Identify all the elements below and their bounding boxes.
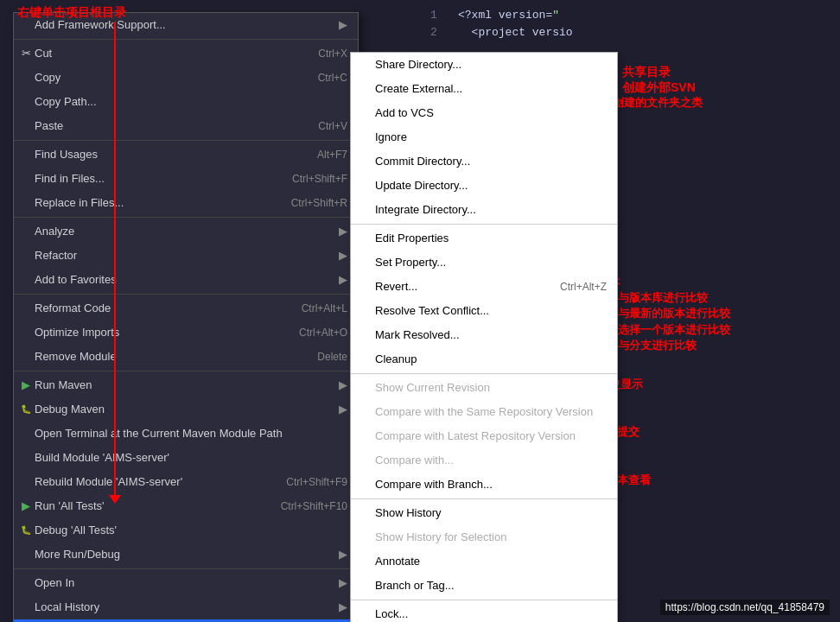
menu-replace-files[interactable]: Replace in Files... Ctrl+Shift+R [14,191,358,215]
menu-open-terminal[interactable]: Open Terminal at the Current Maven Modul… [14,422,358,446]
menu-copy-path[interactable]: Copy Path... [14,90,358,114]
svn-lock[interactable]: Lock... [351,602,617,622]
menu-run-all-tests[interactable]: ▶ Run 'All Tests' Ctrl+Shift+F10 [14,494,358,518]
menu-copy[interactable]: Copy Ctrl+C [14,66,358,90]
menu-rebuild-module[interactable]: Rebuild Module 'AIMS-server' Ctrl+Shift+… [14,470,358,494]
svn-update-dir[interactable]: Update Directory... [351,174,617,198]
menu-reformat[interactable]: Reformat Code Ctrl+Alt+L [14,296,358,321]
menu-remove-module[interactable]: Remove Module Delete [14,345,358,369]
svn-sep-1 [351,224,617,225]
menu-paste[interactable]: Paste Ctrl+V [14,114,358,138]
menu-more-run[interactable]: More Run/Debug ▶ [14,543,358,567]
menu-run-maven[interactable]: ▶ Run Maven ▶ [14,373,358,397]
svn-integrate-dir[interactable]: Integrate Directory... [351,198,617,222]
analyze-arrow: ▶ [339,222,347,241]
favorites-arrow: ▶ [339,270,347,289]
local-history-arrow: ▶ [339,598,347,617]
menu-add-favorites[interactable]: Add to Favorites ▶ [14,268,358,292]
svn-show-history[interactable]: Show History [351,501,617,525]
svn-add-vcs[interactable]: Add to VCS [351,101,617,125]
svn-commit-dir[interactable]: Commit Directory... [351,149,617,174]
menu-debug-maven[interactable]: 🐛 Debug Maven ▶ [14,397,358,422]
run-tests-icon: ▶ [19,499,33,513]
svn-submenu: Share Directory... Create External... Ad… [350,52,618,622]
cut-icon: ✂ [19,47,33,60]
svn-show-current: Show Current Revision [351,376,617,400]
svn-ignore[interactable]: Ignore [351,125,617,149]
debug-maven-arrow: ▶ [339,400,347,419]
refactor-arrow: ▶ [339,246,347,265]
code-line-1: 1 <?xml version=" [430,7,833,24]
menu-local-history[interactable]: Local History ▶ [14,595,358,619]
menu-refactor[interactable]: Refactor ▶ [14,244,358,268]
svn-branch-tag[interactable]: Branch or Tag... [351,574,617,598]
more-run-arrow: ▶ [339,545,347,564]
context-menu-left: Add Framework Support... ▶ ✂ Cut Ctrl+X … [13,12,359,622]
run-maven-arrow: ▶ [339,376,347,395]
paste-icon [19,119,33,133]
svn-sep-3 [351,498,617,499]
svn-edit-props[interactable]: Edit Properties [351,226,617,251]
svn-compare-same: Compare with the Same Repository Version [351,400,617,424]
svn-cleanup[interactable]: Cleanup [351,347,617,371]
run-icon: ▶ [19,378,33,392]
menu-debug-all-tests[interactable]: 🐛 Debug 'All Tests' [14,518,358,543]
svn-sep-2 [351,373,617,374]
svn-sep-4 [351,600,617,600]
arrow-icon: ▶ [339,16,347,35]
menu-optimize-imports[interactable]: Optimize Imports Ctrl+Alt+O [14,321,358,345]
copy-icon [19,71,33,85]
menu-open-in[interactable]: Open In ▶ [14,571,358,595]
debug-tests-icon: 🐛 [19,524,33,537]
svn-resolve-conflict[interactable]: Resolve Text Conflict... [351,299,617,323]
menu-analyze[interactable]: Analyze ▶ [14,219,358,244]
red-arrow-head [109,495,121,504]
menu-build-module[interactable]: Build Module 'AIMS-server' [14,446,358,470]
svn-revert[interactable]: Revert... Ctrl+Alt+Z [351,275,617,299]
svn-share-dir[interactable]: Share Directory... [351,53,617,77]
svn-annotate[interactable]: Annotate [351,549,617,574]
svn-compare-with: Compare with... [351,448,617,473]
debug-icon: 🐛 [19,403,33,416]
url-bar: https://blog.csdn.net/qq_41858479 [660,600,830,615]
svn-show-history-sel: Show History for Selection [351,525,617,549]
svn-mark-resolved[interactable]: Mark Resolved... [351,323,617,347]
svn-compare-latest: Compare with Latest Repository Version [351,424,617,448]
menu-add-framework[interactable]: Add Framework Support... ▶ [14,13,358,37]
open-in-arrow: ▶ [339,574,347,593]
menu-find-files[interactable]: Find in Files... Ctrl+Shift+F [14,167,358,191]
code-line-2: 2 <project versio [430,24,833,41]
svn-set-prop[interactable]: Set Property... [351,251,617,275]
svn-create-external[interactable]: Create External... [351,77,617,101]
svn-compare-branch[interactable]: Compare with Branch... [351,473,617,497]
menu-find-usages[interactable]: Find Usages Alt+F7 [14,143,358,167]
menu-cut[interactable]: ✂ Cut Ctrl+X [14,41,358,66]
